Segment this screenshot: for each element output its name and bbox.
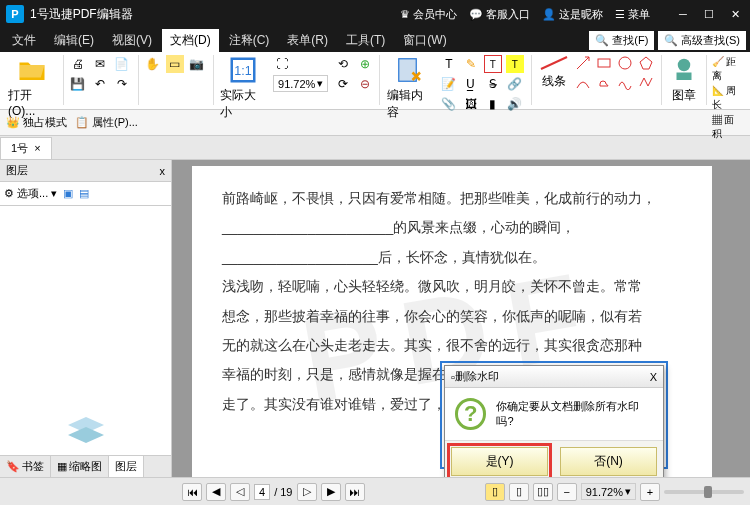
note-icon[interactable]: 📝 <box>440 75 458 93</box>
first-page-button[interactable]: ⏮ <box>182 483 202 501</box>
link-icon[interactable]: 🔗 <box>506 75 524 93</box>
perimeter-icon[interactable]: 📐 周长 <box>712 84 744 112</box>
rotate-cw-icon[interactable]: ⟳ <box>334 75 352 93</box>
text-highlight-icon[interactable]: T <box>506 55 524 73</box>
tab-thumbnails[interactable]: ▦缩略图 <box>51 456 109 477</box>
textbox-icon[interactable]: T <box>484 55 502 73</box>
hand-tool-icon[interactable]: ✋ <box>144 55 162 73</box>
polygon-shape-icon[interactable] <box>638 55 654 71</box>
hamburger-menu[interactable]: ☰ 菜单 <box>615 7 650 22</box>
tab-bookmarks[interactable]: 🔖书签 <box>0 456 51 477</box>
advanced-find-button[interactable]: 🔍 高级查找(S) <box>658 31 746 50</box>
close-button[interactable]: ✕ <box>726 8 744 21</box>
zoom-out-icon[interactable]: ⊖ <box>356 75 374 93</box>
page-input[interactable]: 4 <box>254 484 270 500</box>
image-icon[interactable]: 🖼 <box>462 95 480 113</box>
quick-tools-1: 🖨 ✉ 📄 💾 ↶ ↷ <box>69 55 133 93</box>
user-nickname[interactable]: 👤 这是昵称 <box>542 7 603 22</box>
layout-continuous-icon[interactable]: ▯ <box>509 483 529 501</box>
prev-page-button[interactable]: ◀ <box>206 483 226 501</box>
menu-annotate[interactable]: 注释(C) <box>221 29 278 52</box>
maximize-button[interactable]: ☐ <box>700 8 718 21</box>
minimize-button[interactable]: ─ <box>674 8 692 21</box>
redo-icon[interactable]: ↷ <box>113 75 131 93</box>
actual-size-label: 实际大小 <box>220 87 265 121</box>
underline-icon[interactable]: U̲ <box>462 75 480 93</box>
vip-center-link[interactable]: ♛ 会员中心 <box>400 7 457 22</box>
question-icon: ? <box>455 398 486 430</box>
menu-tools[interactable]: 工具(T) <box>338 29 393 52</box>
line-tool-icon[interactable] <box>539 55 569 71</box>
zoom-slider[interactable] <box>664 490 744 494</box>
mail-icon[interactable]: ✉ <box>91 55 109 73</box>
prev-view-button[interactable]: ◁ <box>230 483 250 501</box>
layout-facing-icon[interactable]: ▯▯ <box>533 483 553 501</box>
select-tool-icon[interactable]: ▭ <box>166 55 184 73</box>
dialog-close-icon[interactable]: X <box>650 371 657 383</box>
cloud-shape-icon[interactable] <box>596 74 612 90</box>
zoom-status[interactable]: 91.72% ▾ <box>581 483 636 500</box>
barcode-icon[interactable]: ▮ <box>484 95 502 113</box>
print-icon[interactable]: 🖨 <box>69 55 87 73</box>
next-view-button[interactable]: ▷ <box>297 483 317 501</box>
text-line: ______________________的风景来点缀，心动的瞬间， <box>222 213 682 242</box>
freehand-shape-icon[interactable] <box>617 74 633 90</box>
snapshot-icon[interactable]: 📷 <box>188 55 206 73</box>
actual-size-icon[interactable]: 1:1 <box>228 55 258 85</box>
next-page-button[interactable]: ▶ <box>321 483 341 501</box>
fit-page-icon[interactable]: ⛶ <box>273 55 291 73</box>
zoom-combo[interactable]: 91.72% ▾ <box>273 75 328 92</box>
last-page-button[interactable]: ⏭ <box>345 483 365 501</box>
yes-button[interactable]: 是(Y) <box>451 447 548 476</box>
edit-content-icon[interactable] <box>395 55 425 85</box>
text-line: ____________________后，长怀念，真情犹似在。 <box>222 243 682 272</box>
app-logo: P <box>6 5 24 23</box>
menu-window[interactable]: 窗口(W) <box>395 29 454 52</box>
document-tab[interactable]: 1号 × <box>0 137 52 159</box>
svg-point-5 <box>619 57 631 69</box>
undo-icon[interactable]: ↶ <box>91 75 109 93</box>
area-icon[interactable]: ▦ 面积 <box>712 113 744 141</box>
menu-form[interactable]: 表单(R) <box>279 29 336 52</box>
curve-shape-icon[interactable] <box>575 74 591 90</box>
options-dropdown[interactable]: ⚙ 选项... ▾ <box>4 186 57 201</box>
text-line: 无的就这么在心头走老走去。其实，很不舍的远行，其实很贪恋那种 <box>222 331 682 360</box>
stamp-icon[interactable] <box>669 55 699 85</box>
tab-close-icon[interactable]: × <box>34 142 40 154</box>
sound-icon[interactable]: 🔊 <box>506 95 524 113</box>
attach-icon[interactable]: 📎 <box>440 95 458 113</box>
open-folder-icon[interactable] <box>17 55 47 85</box>
no-button[interactable]: 否(N) <box>560 447 657 476</box>
layer-tool-1-icon[interactable]: ▣ <box>63 187 73 200</box>
service-link[interactable]: 💬 客服入口 <box>469 7 530 22</box>
canvas[interactable]: PDF 前路崎岖，不畏惧，只因有爱常相随。把那些唯美，化成前行的动力， ____… <box>172 160 750 477</box>
strike-icon[interactable]: S̶ <box>484 75 502 93</box>
svg-rect-7 <box>676 73 691 81</box>
rect-shape-icon[interactable] <box>596 55 612 71</box>
sidebar-close-icon[interactable]: x <box>160 165 166 177</box>
menu-document[interactable]: 文档(D) <box>162 29 219 52</box>
properties-button[interactable]: 📋 属性(P)... <box>75 115 138 130</box>
tab-layers[interactable]: 图层 <box>109 456 144 477</box>
menu-file[interactable]: 文件 <box>4 29 44 52</box>
shapes-grid <box>575 55 656 90</box>
eraser-icon[interactable]: 🧹 距离 <box>712 55 744 83</box>
add-text-icon[interactable]: T <box>440 55 458 73</box>
zoom-out-button[interactable]: − <box>557 483 577 501</box>
highlight-icon[interactable]: ✎ <box>462 55 480 73</box>
menu-view[interactable]: 视图(V) <box>104 29 160 52</box>
save-icon[interactable]: 💾 <box>69 75 87 93</box>
rotate-ccw-icon[interactable]: ⟲ <box>334 55 352 73</box>
zoom-in-icon[interactable]: ⊕ <box>356 55 374 73</box>
arrow-shape-icon[interactable] <box>575 55 591 71</box>
layout-single-icon[interactable]: ▯ <box>485 483 505 501</box>
find-button[interactable]: 🔍 查找(F) <box>589 31 654 50</box>
zoom-in-button[interactable]: + <box>640 483 660 501</box>
scan-icon[interactable]: 📄 <box>113 55 131 73</box>
exclusive-mode-button[interactable]: 👑 独占模式 <box>6 115 67 130</box>
circle-shape-icon[interactable] <box>617 55 633 71</box>
polyline-shape-icon[interactable] <box>638 74 654 90</box>
statusbar: ⏮ ◀ ◁ 4 / 19 ▷ ▶ ⏭ ▯ ▯ ▯▯ − 91.72% ▾ + <box>0 477 750 505</box>
menu-edit[interactable]: 编辑(E) <box>46 29 102 52</box>
layer-tool-2-icon[interactable]: ▤ <box>79 187 89 200</box>
